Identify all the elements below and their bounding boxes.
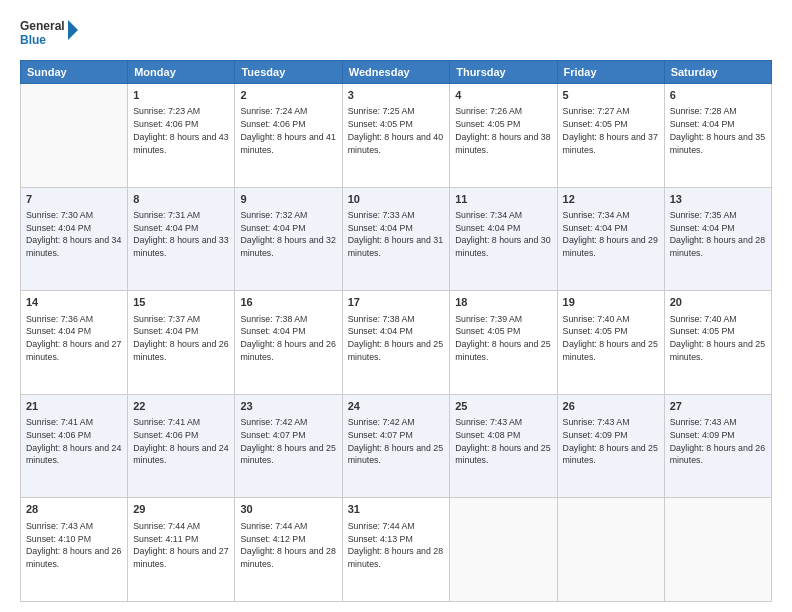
page: General Blue SundayMondayTuesdayWednesda… [0,0,792,612]
day-info: Sunrise: 7:44 AMSunset: 4:12 PMDaylight:… [240,520,336,571]
day-info: Sunrise: 7:39 AMSunset: 4:05 PMDaylight:… [455,313,551,364]
day-number: 23 [240,399,336,414]
day-info: Sunrise: 7:34 AMSunset: 4:04 PMDaylight:… [563,209,659,260]
day-info: Sunrise: 7:32 AMSunset: 4:04 PMDaylight:… [240,209,336,260]
calendar-cell: 30Sunrise: 7:44 AMSunset: 4:12 PMDayligh… [235,498,342,602]
weekday-header-row: SundayMondayTuesdayWednesdayThursdayFrid… [21,61,772,84]
calendar-cell: 24Sunrise: 7:42 AMSunset: 4:07 PMDayligh… [342,394,450,498]
calendar-cell [21,84,128,188]
day-info: Sunrise: 7:38 AMSunset: 4:04 PMDaylight:… [240,313,336,364]
day-info: Sunrise: 7:34 AMSunset: 4:04 PMDaylight:… [455,209,551,260]
day-info: Sunrise: 7:44 AMSunset: 4:13 PMDaylight:… [348,520,445,571]
calendar-cell: 17Sunrise: 7:38 AMSunset: 4:04 PMDayligh… [342,291,450,395]
calendar-week-row: 14Sunrise: 7:36 AMSunset: 4:04 PMDayligh… [21,291,772,395]
day-info: Sunrise: 7:41 AMSunset: 4:06 PMDaylight:… [133,416,229,467]
day-number: 9 [240,192,336,207]
calendar-table: SundayMondayTuesdayWednesdayThursdayFrid… [20,60,772,602]
calendar-cell: 5Sunrise: 7:27 AMSunset: 4:05 PMDaylight… [557,84,664,188]
day-info: Sunrise: 7:43 AMSunset: 4:08 PMDaylight:… [455,416,551,467]
calendar-cell: 6Sunrise: 7:28 AMSunset: 4:04 PMDaylight… [664,84,771,188]
calendar-cell: 10Sunrise: 7:33 AMSunset: 4:04 PMDayligh… [342,187,450,291]
calendar-cell: 11Sunrise: 7:34 AMSunset: 4:04 PMDayligh… [450,187,557,291]
svg-marker-2 [68,20,78,40]
svg-text:General: General [20,19,65,33]
header: General Blue [20,16,772,52]
day-info: Sunrise: 7:43 AMSunset: 4:09 PMDaylight:… [563,416,659,467]
day-number: 24 [348,399,445,414]
calendar-cell: 13Sunrise: 7:35 AMSunset: 4:04 PMDayligh… [664,187,771,291]
calendar-week-row: 28Sunrise: 7:43 AMSunset: 4:10 PMDayligh… [21,498,772,602]
day-info: Sunrise: 7:26 AMSunset: 4:05 PMDaylight:… [455,105,551,156]
day-number: 16 [240,295,336,310]
day-number: 8 [133,192,229,207]
calendar-cell: 20Sunrise: 7:40 AMSunset: 4:05 PMDayligh… [664,291,771,395]
calendar-cell [664,498,771,602]
day-number: 7 [26,192,122,207]
day-number: 28 [26,502,122,517]
day-number: 27 [670,399,766,414]
day-info: Sunrise: 7:44 AMSunset: 4:11 PMDaylight:… [133,520,229,571]
day-number: 22 [133,399,229,414]
weekday-header-wednesday: Wednesday [342,61,450,84]
day-number: 14 [26,295,122,310]
calendar-cell: 3Sunrise: 7:25 AMSunset: 4:05 PMDaylight… [342,84,450,188]
day-info: Sunrise: 7:37 AMSunset: 4:04 PMDaylight:… [133,313,229,364]
day-number: 31 [348,502,445,517]
calendar-cell: 29Sunrise: 7:44 AMSunset: 4:11 PMDayligh… [128,498,235,602]
day-number: 1 [133,88,229,103]
weekday-header-sunday: Sunday [21,61,128,84]
calendar-cell: 15Sunrise: 7:37 AMSunset: 4:04 PMDayligh… [128,291,235,395]
day-info: Sunrise: 7:25 AMSunset: 4:05 PMDaylight:… [348,105,445,156]
day-number: 25 [455,399,551,414]
calendar-cell [450,498,557,602]
day-number: 15 [133,295,229,310]
day-info: Sunrise: 7:23 AMSunset: 4:06 PMDaylight:… [133,105,229,156]
day-info: Sunrise: 7:42 AMSunset: 4:07 PMDaylight:… [348,416,445,467]
calendar-cell: 16Sunrise: 7:38 AMSunset: 4:04 PMDayligh… [235,291,342,395]
day-number: 6 [670,88,766,103]
calendar-cell: 4Sunrise: 7:26 AMSunset: 4:05 PMDaylight… [450,84,557,188]
day-number: 11 [455,192,551,207]
day-number: 29 [133,502,229,517]
calendar-cell: 22Sunrise: 7:41 AMSunset: 4:06 PMDayligh… [128,394,235,498]
day-info: Sunrise: 7:42 AMSunset: 4:07 PMDaylight:… [240,416,336,467]
day-info: Sunrise: 7:31 AMSunset: 4:04 PMDaylight:… [133,209,229,260]
day-info: Sunrise: 7:36 AMSunset: 4:04 PMDaylight:… [26,313,122,364]
day-number: 19 [563,295,659,310]
day-number: 13 [670,192,766,207]
calendar-cell: 25Sunrise: 7:43 AMSunset: 4:08 PMDayligh… [450,394,557,498]
svg-text:Blue: Blue [20,33,46,47]
weekday-header-tuesday: Tuesday [235,61,342,84]
day-number: 2 [240,88,336,103]
weekday-header-friday: Friday [557,61,664,84]
weekday-header-saturday: Saturday [664,61,771,84]
calendar-week-row: 7Sunrise: 7:30 AMSunset: 4:04 PMDaylight… [21,187,772,291]
day-number: 20 [670,295,766,310]
day-info: Sunrise: 7:40 AMSunset: 4:05 PMDaylight:… [670,313,766,364]
day-number: 4 [455,88,551,103]
calendar-week-row: 21Sunrise: 7:41 AMSunset: 4:06 PMDayligh… [21,394,772,498]
calendar-cell: 7Sunrise: 7:30 AMSunset: 4:04 PMDaylight… [21,187,128,291]
calendar-cell: 28Sunrise: 7:43 AMSunset: 4:10 PMDayligh… [21,498,128,602]
day-info: Sunrise: 7:43 AMSunset: 4:10 PMDaylight:… [26,520,122,571]
calendar-cell: 21Sunrise: 7:41 AMSunset: 4:06 PMDayligh… [21,394,128,498]
day-info: Sunrise: 7:24 AMSunset: 4:06 PMDaylight:… [240,105,336,156]
day-number: 18 [455,295,551,310]
day-info: Sunrise: 7:35 AMSunset: 4:04 PMDaylight:… [670,209,766,260]
day-info: Sunrise: 7:27 AMSunset: 4:05 PMDaylight:… [563,105,659,156]
calendar-cell: 14Sunrise: 7:36 AMSunset: 4:04 PMDayligh… [21,291,128,395]
day-info: Sunrise: 7:33 AMSunset: 4:04 PMDaylight:… [348,209,445,260]
day-number: 17 [348,295,445,310]
calendar-cell: 18Sunrise: 7:39 AMSunset: 4:05 PMDayligh… [450,291,557,395]
weekday-header-thursday: Thursday [450,61,557,84]
calendar-week-row: 1Sunrise: 7:23 AMSunset: 4:06 PMDaylight… [21,84,772,188]
day-info: Sunrise: 7:28 AMSunset: 4:04 PMDaylight:… [670,105,766,156]
logo: General Blue [20,16,80,52]
calendar-cell: 31Sunrise: 7:44 AMSunset: 4:13 PMDayligh… [342,498,450,602]
day-info: Sunrise: 7:41 AMSunset: 4:06 PMDaylight:… [26,416,122,467]
calendar-cell: 23Sunrise: 7:42 AMSunset: 4:07 PMDayligh… [235,394,342,498]
calendar-cell: 9Sunrise: 7:32 AMSunset: 4:04 PMDaylight… [235,187,342,291]
calendar-cell: 2Sunrise: 7:24 AMSunset: 4:06 PMDaylight… [235,84,342,188]
day-number: 26 [563,399,659,414]
day-info: Sunrise: 7:30 AMSunset: 4:04 PMDaylight:… [26,209,122,260]
